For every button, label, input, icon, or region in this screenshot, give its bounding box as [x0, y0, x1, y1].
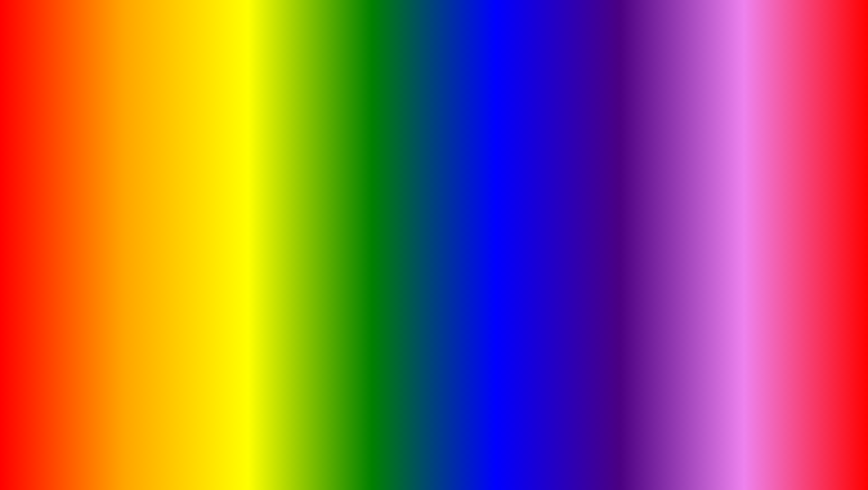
- select-mode-label: | Select Mode Farm: [606, 203, 801, 209]
- skill-x-icon: R: [82, 235, 86, 241]
- title-letter-b: B: [175, 9, 232, 89]
- sidebar-label-user-left: • User: [41, 165, 56, 171]
- sidebar-item-fruit-right[interactable]: 🍎 • Fruit: [545, 269, 594, 282]
- fast-attack-value[interactable]: Default: [809, 189, 836, 197]
- logo-skull-icon: 💀: [787, 443, 840, 459]
- select-type-value[interactable]: Quest: [228, 176, 255, 184]
- combat-icon-right: ⚔️: [549, 232, 556, 238]
- auto-farm-devil-label: Auto Farm Mastery (Devil Fruit): [89, 189, 242, 196]
- sidebar-item-main-left[interactable]: 🏠 • Main: [28, 174, 77, 188]
- title-letter-t: T: [592, 9, 641, 89]
- sidebar-label-fruit-right: • Fruit: [559, 272, 573, 279]
- fruit-icon-right: 🍎: [549, 272, 556, 279]
- sidebar-label-fruit-left: • Fruit: [41, 245, 56, 252]
- sidebar-item-shop-right[interactable]: 🛒 • Shop: [545, 282, 594, 296]
- auto-farm-devil-toggle[interactable]: [242, 189, 255, 196]
- kill-hp-icon: R: [82, 212, 86, 218]
- sidebar-item-main-right[interactable]: 🏠 • Main: [545, 174, 594, 188]
- sidebar-label-combat-left: • Combat: [41, 218, 64, 225]
- sidebar-label-stats-left: • Stats: [41, 205, 57, 211]
- logo-fruits: FRUITS: [787, 459, 840, 475]
- fast-attack-row[interactable]: R | Fast Attack Mode Default: [597, 187, 837, 200]
- sidebar-item-setting-right[interactable]: ⚙️ • Setting: [545, 188, 594, 201]
- left-panel: RELZ 01/10/2C M [ID] 👤 • User 🏠 • Main ⚙…: [27, 148, 261, 272]
- left-content-header: >>> Mastery Farm <<<: [80, 162, 257, 172]
- character-silhouette: [344, 220, 524, 445]
- sidebar-item-combat-left[interactable]: ⚔️ • Combat: [28, 215, 77, 228]
- right-content-header: >>> Main Farm <<<: [597, 162, 837, 172]
- sidebar-label-dungeon-left: • Dungeon: [41, 232, 67, 238]
- select-type-row[interactable]: R | Select type Quest: [80, 174, 257, 187]
- sidebar-item-stats-right[interactable]: 📊 • Stats: [545, 215, 594, 228]
- title-letter-f: F: [406, 9, 455, 89]
- sidebar-item-dungeon-right[interactable]: 🏰 • Dungeon: [545, 255, 594, 269]
- sidebar-item-shop-left[interactable]: 🛒 • Shop: [28, 255, 77, 269]
- skill-z-row[interactable]: R | Use Skill Z: [80, 222, 257, 233]
- auto-farm-devil-icon: R: [82, 189, 86, 196]
- sidebar-item-combat-right[interactable]: ⚔️ • Combat: [545, 228, 594, 242]
- logo-blx: BLX: [787, 418, 840, 443]
- left-panel-header: RELZ 01/10/2C M [ID]: [28, 149, 260, 159]
- chest-button[interactable]: >>> Chest <<<: [597, 249, 837, 261]
- select-type-label: | Select type: [89, 177, 228, 183]
- shop-icon-right: 🛒: [549, 285, 556, 292]
- left-sidebar: 👤 • User 🏠 • Main ⚙️ • Setting 📊 • Stats…: [28, 159, 77, 271]
- sidebar-item-fruit-left[interactable]: 🍎 • Fruit: [28, 242, 77, 255]
- kill-hp-label: Auto Kill At HP min ... %: [89, 212, 240, 218]
- select-mode-row[interactable]: R | Select Mode Farm Level Farm: [597, 200, 837, 213]
- sidebar-label-combat-right: • Combat: [559, 232, 581, 238]
- right-panel-date: 01/10/2C: [569, 151, 590, 157]
- start-toggle[interactable]: [820, 236, 833, 243]
- sidebar-item-otherfarm-right[interactable]: 🌾 • OtherFarm: [545, 201, 594, 215]
- skill-x-toggle[interactable]: [242, 235, 255, 241]
- kill-hp-row[interactable]: R Auto Kill At HP min ... %: [80, 209, 257, 222]
- kill-hp-input[interactable]: [240, 212, 255, 219]
- sidebar-item-user-left[interactable]: 👤 • User: [28, 161, 77, 174]
- start-auto-farm-button[interactable]: R | Start Auto Farm: [597, 232, 837, 247]
- relz-badge-right: RELZ: [549, 151, 566, 157]
- select-weapon-value[interactable]: Melee: [809, 176, 836, 184]
- title-letter-i: I: [568, 9, 592, 89]
- skill-z-icon: R: [82, 224, 86, 230]
- sidebar-label-islands-right: • Islands: [557, 245, 578, 252]
- right-content: >>> Main Farm <<< R | Select Weapon Mele…: [595, 159, 840, 298]
- select-weapon-row[interactable]: R | Select Weapon Melee: [597, 174, 837, 187]
- left-panel-body: 👤 • User 🏠 • Main ⚙️ • Setting 📊 • Stats…: [28, 159, 260, 271]
- auto-farm-text: AUTO FARM: [152, 427, 418, 479]
- select-mode-icon: R: [599, 203, 603, 209]
- sidebar-item-setting-left[interactable]: ⚙️ • Setting: [28, 188, 77, 201]
- left-panel-id: M [ID]: [76, 151, 89, 157]
- shop-icon-left: 🛒: [31, 258, 39, 265]
- sidebar-item-islands-right[interactable]: 🏝 • Islands: [545, 242, 594, 255]
- sidebar-label-otherfarm-right: • OtherFarm: [559, 205, 588, 211]
- sidebar-label-main-right: • Main: [559, 178, 574, 184]
- fast-attack-icon: R: [599, 190, 603, 196]
- sidebar-item-stats-left[interactable]: 📊 • Stats: [28, 201, 77, 215]
- sidebar-label-main-left: • Main: [41, 178, 57, 184]
- select-type-icon: R: [82, 177, 86, 183]
- dungeon-icon-right: 🏰: [549, 258, 556, 265]
- auto-farm-gun-row[interactable]: R Auto Farm Mastery (Gun): [80, 198, 257, 209]
- select-mode-value[interactable]: Level Farm: [801, 202, 836, 210]
- user-icon-left: 👤: [31, 164, 39, 171]
- right-panel-body: 👤 • User 🏠 • Main ⚙️ • Setting 🌾 • Other…: [545, 159, 840, 298]
- fast-attack-label: | Fast Attack Mode: [606, 190, 809, 196]
- auto-farm-devil-row[interactable]: R Auto Farm Mastery (Devil Fruit): [80, 187, 257, 198]
- sidebar-label-setting-left: • Setting: [41, 192, 62, 198]
- skill-z-toggle[interactable]: [242, 224, 255, 230]
- otherfarm-icon-right: 🌾: [549, 205, 556, 211]
- dungeon-icon-left: 🏰: [31, 232, 39, 238]
- sidebar-item-user-right[interactable]: 👤 • User: [545, 161, 594, 174]
- skill-x-row[interactable]: R | Use Skill X: [80, 233, 257, 244]
- auto-farm-gun-toggle[interactable]: [242, 200, 255, 207]
- sidebar-item-dungeon-left[interactable]: 🏰 • Dungeon: [28, 228, 77, 242]
- stats-icon-right: 📊: [549, 218, 556, 225]
- title-letter-l: L: [231, 9, 280, 89]
- auto-farm-gun-label: Auto Farm Mastery (Gun): [89, 200, 242, 207]
- select-weapon-label: | Select Weapon: [606, 177, 809, 183]
- quest-info: [Quest] : CandyQuest1 | [Level] : 2: [597, 222, 837, 230]
- left-content: >>> Mastery Farm <<< R | Select type Que…: [77, 159, 260, 271]
- fruit-icon-left: 🍎: [31, 245, 39, 252]
- select-weapon-icon: R: [599, 177, 603, 183]
- right-panel-id: M [ID]: [593, 151, 606, 157]
